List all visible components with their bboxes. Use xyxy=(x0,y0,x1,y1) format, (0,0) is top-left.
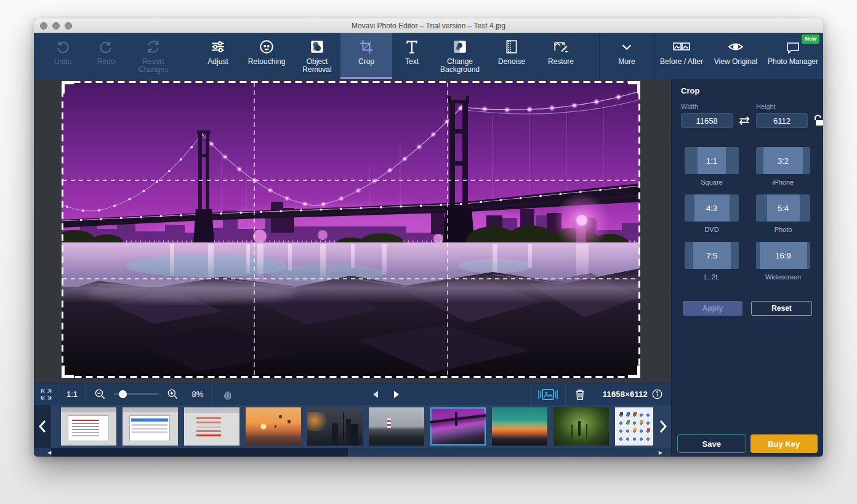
trash-icon xyxy=(574,388,585,401)
preset-dvd[interactable]: 4:3 DVD xyxy=(683,194,741,233)
minimize-window-icon[interactable] xyxy=(52,22,60,30)
text-button[interactable]: Text xyxy=(392,33,432,79)
previous-photo-button[interactable] xyxy=(365,383,386,406)
photo-preview[interactable] xyxy=(62,81,640,378)
adjust-button[interactable]: Adjust xyxy=(196,33,239,79)
thumbnail-list xyxy=(61,407,653,446)
divider xyxy=(672,292,823,292)
crop-button[interactable]: Crop xyxy=(340,33,392,79)
fit-screen-icon xyxy=(40,388,52,401)
change-background-icon xyxy=(452,39,468,55)
image-size-info: 11658×6112 xyxy=(594,389,671,399)
main-toolbar: Undo Redo Revert Changes Adjust Retouchi… xyxy=(34,33,823,79)
scroll-left-arrow-icon[interactable]: ◀ xyxy=(47,450,51,455)
zoom-window-icon[interactable] xyxy=(65,22,72,30)
revert-changes-icon xyxy=(145,39,161,55)
photo-manager-bubble-icon xyxy=(784,39,802,55)
preset-l-2l[interactable]: 7:5 L, 2L xyxy=(683,242,741,281)
view-original-button[interactable]: View Original xyxy=(709,33,763,79)
thumbnail[interactable] xyxy=(369,407,424,446)
lock-aspect-button[interactable] xyxy=(813,113,823,128)
change-background-button[interactable]: Change Background xyxy=(432,33,488,79)
swap-icon xyxy=(738,114,751,127)
preset-iphone[interactable]: 3:2 iPhone xyxy=(754,147,812,186)
previous-icon xyxy=(371,390,380,399)
aspect-presets: 1:1 Square 3:2 iPhone 4:3 DVD 5:4 Photo … xyxy=(681,147,814,281)
chevron-left-icon xyxy=(38,420,47,433)
buy-key-button[interactable]: Buy Key xyxy=(750,434,818,453)
thumbnail[interactable] xyxy=(184,407,239,446)
status-toolbar: 1:1 8% xyxy=(34,383,671,405)
preset-square[interactable]: 1:1 Square xyxy=(683,147,741,186)
zoom-slider[interactable] xyxy=(114,393,158,395)
thumbnail[interactable] xyxy=(246,407,301,446)
reset-button[interactable]: Reset xyxy=(751,301,812,316)
thumbnail[interactable] xyxy=(615,407,653,446)
close-window-icon[interactable] xyxy=(40,22,47,30)
text-icon xyxy=(404,39,420,55)
zoom-in-button[interactable] xyxy=(162,383,183,406)
object-removal-button[interactable]: Object Removal xyxy=(294,33,340,79)
titlebar: Movavi Photo Editor – Trial version – Te… xyxy=(34,18,823,33)
height-input[interactable] xyxy=(756,113,808,128)
thumbnails-scroll-right-button[interactable] xyxy=(655,405,671,448)
photo-manager-button[interactable]: Photo Manager New xyxy=(763,33,823,79)
crop-panel: Crop Width Height xyxy=(671,79,823,457)
thumbnail[interactable] xyxy=(123,407,178,446)
app-window: Movavi Photo Editor – Trial version – Te… xyxy=(34,18,823,457)
thumbnail[interactable] xyxy=(61,407,116,446)
separator xyxy=(85,383,86,406)
zoom-out-button[interactable] xyxy=(89,383,110,406)
zoom-actual-size-button[interactable]: 1:1 xyxy=(59,383,85,406)
crop-overlay[interactable] xyxy=(62,81,640,378)
undo-button[interactable]: Undo xyxy=(41,33,84,79)
swap-dimensions-button[interactable] xyxy=(738,113,751,128)
chevron-down-icon xyxy=(619,39,635,55)
eye-icon xyxy=(727,39,744,55)
thumbnail-selected[interactable] xyxy=(430,407,486,446)
thumbnail[interactable] xyxy=(307,407,363,446)
restore-button[interactable]: Restore xyxy=(535,33,587,79)
apply-button[interactable]: Apply xyxy=(683,301,742,316)
hand-tool-button[interactable] xyxy=(213,383,243,406)
before-after-button[interactable]: Before / After xyxy=(654,33,709,79)
retouching-button[interactable]: Retouching xyxy=(239,33,294,79)
thumbnail-strip xyxy=(34,405,671,448)
scrollbar-thumb[interactable] xyxy=(51,448,348,457)
info-icon[interactable] xyxy=(652,389,662,399)
toggle-filmstrip-button[interactable] xyxy=(531,383,565,406)
before-after-icon xyxy=(672,39,691,55)
zoom-slider-knob[interactable] xyxy=(119,390,127,398)
object-removal-icon xyxy=(309,39,325,55)
more-button[interactable]: More xyxy=(600,33,654,79)
denoise-icon xyxy=(504,39,520,55)
thumbnail[interactable] xyxy=(553,407,609,446)
canvas-area xyxy=(34,79,671,383)
chevron-right-icon xyxy=(659,420,667,433)
crop-icon xyxy=(358,39,374,55)
preset-photo[interactable]: 5:4 Photo xyxy=(754,194,812,233)
redo-button[interactable]: Redo xyxy=(84,33,127,79)
window-controls xyxy=(40,22,72,30)
save-button[interactable]: Save xyxy=(677,434,746,453)
thumbnail-scrollbar[interactable]: ◀ ▶ xyxy=(34,448,671,457)
adjust-sliders-icon xyxy=(210,39,226,55)
new-badge: New xyxy=(802,34,819,44)
width-label: Width xyxy=(681,103,733,110)
thumbnails-scroll-left-button[interactable] xyxy=(34,405,51,448)
revert-changes-button[interactable]: Revert Changes xyxy=(127,33,179,79)
preset-widescreen[interactable]: 16:9 Widescreen xyxy=(754,242,812,281)
filmstrip-icon xyxy=(537,388,558,401)
next-photo-button[interactable] xyxy=(386,383,407,406)
denoise-button[interactable]: Denoise xyxy=(488,33,535,79)
hand-icon xyxy=(222,388,234,401)
thumbnail[interactable] xyxy=(492,407,547,446)
width-input[interactable] xyxy=(681,113,733,128)
undo-icon xyxy=(55,39,71,55)
scroll-right-arrow-icon[interactable]: ▶ xyxy=(659,450,662,455)
fit-to-screen-button[interactable] xyxy=(34,383,58,406)
redo-icon xyxy=(98,39,114,55)
zoom-percent: 8% xyxy=(183,383,212,406)
delete-photo-button[interactable] xyxy=(566,383,594,406)
height-label: Height xyxy=(756,103,808,110)
